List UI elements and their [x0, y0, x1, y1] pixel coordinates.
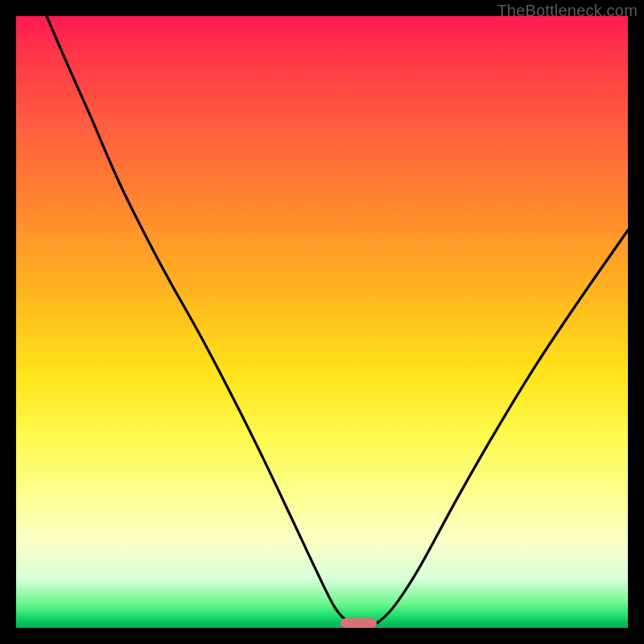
plot-area: [16, 16, 628, 628]
watermark-text: TheBottleneck.com: [497, 2, 638, 20]
bottleneck-curve: [16, 16, 628, 628]
optimal-range-marker: [341, 618, 378, 628]
chart-frame: TheBottleneck.com: [0, 0, 644, 644]
